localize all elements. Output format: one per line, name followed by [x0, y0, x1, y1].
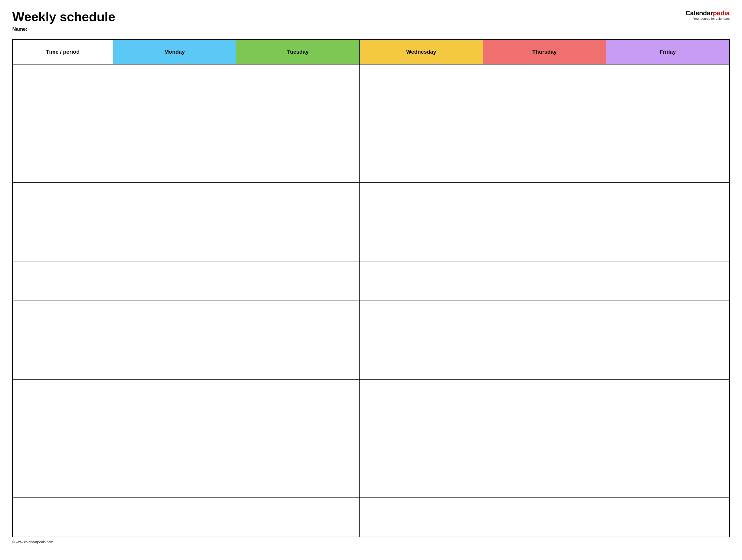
table-row	[12, 458, 730, 498]
table-row	[12, 182, 730, 222]
header-row: Time / period Monday Tuesday Wednesday T…	[12, 40, 730, 64]
table-cell[interactable]	[113, 300, 236, 340]
table-cell[interactable]	[606, 64, 730, 104]
table-cell[interactable]	[483, 143, 606, 182]
schedule-table: Time / period Monday Tuesday Wednesday T…	[12, 39, 730, 537]
table-cell[interactable]	[12, 222, 113, 261]
title-section: Weekly schedule Name:	[12, 10, 115, 32]
table-cell[interactable]	[360, 64, 483, 104]
table-cell[interactable]	[113, 104, 236, 143]
table-cell[interactable]	[606, 261, 730, 300]
table-cell[interactable]	[113, 458, 236, 498]
table-row	[12, 498, 730, 537]
table-cell[interactable]	[236, 222, 360, 261]
col-header-tuesday: Tuesday	[236, 40, 360, 64]
table-cell[interactable]	[360, 222, 483, 261]
table-cell[interactable]	[236, 261, 360, 300]
table-row	[12, 379, 730, 419]
table-cell[interactable]	[113, 498, 236, 537]
col-header-friday: Friday	[606, 40, 730, 64]
table-cell[interactable]	[483, 182, 606, 222]
footer: © www.calendarpedia.com	[12, 540, 730, 544]
table-cell[interactable]	[236, 64, 360, 104]
table-cell[interactable]	[360, 340, 483, 379]
logo-calendar-part: Calendar	[686, 9, 713, 17]
table-row	[12, 419, 730, 458]
table-cell[interactable]	[483, 64, 606, 104]
table-row	[12, 261, 730, 300]
table-cell[interactable]	[236, 419, 360, 458]
table-cell[interactable]	[360, 182, 483, 222]
table-cell[interactable]	[360, 261, 483, 300]
table-cell[interactable]	[113, 261, 236, 300]
table-cell[interactable]	[12, 498, 113, 537]
table-cell[interactable]	[606, 458, 730, 498]
table-cell[interactable]	[606, 498, 730, 537]
table-cell[interactable]	[12, 104, 113, 143]
table-cell[interactable]	[12, 340, 113, 379]
table-cell[interactable]	[236, 104, 360, 143]
table-cell[interactable]	[113, 379, 236, 419]
table-cell[interactable]	[483, 222, 606, 261]
table-row	[12, 340, 730, 379]
table-cell[interactable]	[12, 143, 113, 182]
table-cell[interactable]	[12, 458, 113, 498]
col-header-thursday: Thursday	[483, 40, 606, 64]
table-cell[interactable]	[236, 498, 360, 537]
table-cell[interactable]	[606, 419, 730, 458]
table-cell[interactable]	[606, 143, 730, 182]
table-cell[interactable]	[483, 419, 606, 458]
table-cell[interactable]	[360, 300, 483, 340]
table-cell[interactable]	[360, 498, 483, 537]
table-cell[interactable]	[606, 340, 730, 379]
table-cell[interactable]	[236, 379, 360, 419]
table-cell[interactable]	[12, 300, 113, 340]
table-cell[interactable]	[483, 458, 606, 498]
table-cell[interactable]	[113, 182, 236, 222]
table-cell[interactable]	[236, 143, 360, 182]
table-cell[interactable]	[483, 340, 606, 379]
table-cell[interactable]	[236, 458, 360, 498]
table-cell[interactable]	[236, 182, 360, 222]
table-row	[12, 222, 730, 261]
table-cell[interactable]	[606, 379, 730, 419]
table-cell[interactable]	[606, 300, 730, 340]
table-cell[interactable]	[360, 458, 483, 498]
table-cell[interactable]	[606, 104, 730, 143]
logo-pedia-part: pedia	[713, 9, 730, 17]
header-area: Weekly schedule Name: Calendarpedia Your…	[12, 10, 730, 32]
logo-section: Calendarpedia Your source for calendars	[686, 10, 730, 20]
table-cell[interactable]	[113, 64, 236, 104]
table-cell[interactable]	[483, 379, 606, 419]
table-cell[interactable]	[12, 64, 113, 104]
col-header-monday: Monday	[113, 40, 236, 64]
table-row	[12, 64, 730, 104]
col-header-wednesday: Wednesday	[360, 40, 483, 64]
table-cell[interactable]	[236, 340, 360, 379]
table-cell[interactable]	[360, 419, 483, 458]
table-cell[interactable]	[606, 222, 730, 261]
table-cell[interactable]	[113, 143, 236, 182]
table-cell[interactable]	[236, 300, 360, 340]
table-cell[interactable]	[360, 143, 483, 182]
logo-tagline: Your source for calendars	[693, 17, 730, 20]
table-cell[interactable]	[360, 379, 483, 419]
page-title: Weekly schedule	[12, 10, 115, 24]
table-row	[12, 104, 730, 143]
table-cell[interactable]	[12, 379, 113, 419]
table-cell[interactable]	[360, 104, 483, 143]
table-cell[interactable]	[12, 419, 113, 458]
table-cell[interactable]	[483, 498, 606, 537]
table-cell[interactable]	[12, 182, 113, 222]
table-cell[interactable]	[113, 222, 236, 261]
table-cell[interactable]	[483, 261, 606, 300]
table-cell[interactable]	[483, 104, 606, 143]
logo-text: Calendarpedia	[686, 10, 730, 16]
table-cell[interactable]	[483, 300, 606, 340]
table-cell[interactable]	[606, 182, 730, 222]
footer-url: © www.calendarpedia.com	[12, 540, 53, 544]
table-cell[interactable]	[113, 419, 236, 458]
table-cell[interactable]	[12, 261, 113, 300]
table-row	[12, 300, 730, 340]
table-cell[interactable]	[113, 340, 236, 379]
